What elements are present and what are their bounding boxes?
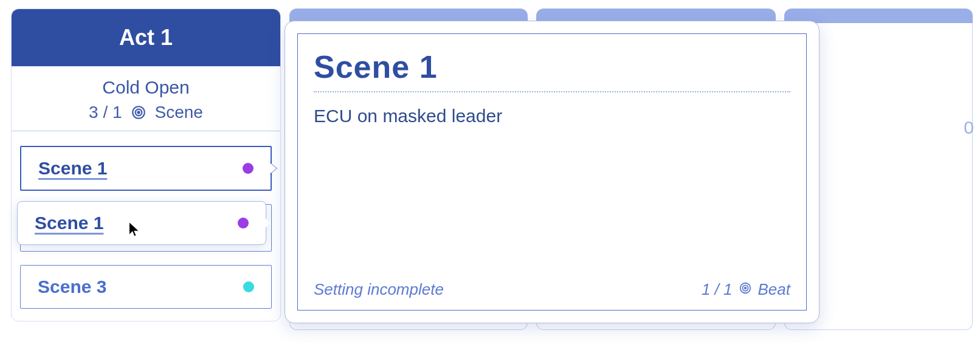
next-col-peek: 0 [964,117,974,138]
detail-status: Setting incomplete [314,280,444,299]
popover-inner[interactable]: Scene 1 ECU on masked leader Setting inc… [297,33,807,311]
scene-counter-unit: Scene [155,103,203,122]
scene-card-2[interactable]: Scene 2 Scene 1 [20,204,272,252]
scene-name: Scene 1 [38,158,107,179]
beat-counter: 1 / 1 [702,280,733,299]
svg-point-2 [137,111,139,113]
status-dot-icon [243,163,254,174]
svg-point-5 [744,287,746,289]
scene-list: Scene 1 Scene 2 Scene 1 Scene 3 [12,136,280,321]
scene-name: Scene 1 [35,213,103,233]
beat-label: Beat [758,280,791,299]
drag-ghost-card[interactable]: Scene 1 [17,201,266,245]
status-dot-icon [238,218,249,228]
detail-title: Scene 1 [298,34,806,91]
cursor-icon [128,221,141,238]
scene-card-1[interactable]: Scene 1 [20,146,272,191]
act-column: Act 1 Cold Open 3 / 1 Scene Scene 1 Scen… [11,9,281,321]
scene-card-3[interactable]: Scene 3 [20,265,272,309]
scene-detail-popover: Scene 1 ECU on masked leader Setting inc… [285,21,820,323]
scene-name: Scene 3 [38,277,106,297]
detail-description: ECU on masked leader [298,92,806,126]
act-subtitle: Cold Open [12,77,280,98]
status-dot-icon [243,281,254,292]
target-icon [739,280,752,299]
act-subheader: Cold Open 3 / 1 Scene [12,66,280,136]
act-header[interactable]: Act 1 [12,9,280,66]
act-title: Act 1 [119,25,173,50]
scene-counter: 3 / 1 [89,103,122,122]
target-icon [131,105,147,120]
